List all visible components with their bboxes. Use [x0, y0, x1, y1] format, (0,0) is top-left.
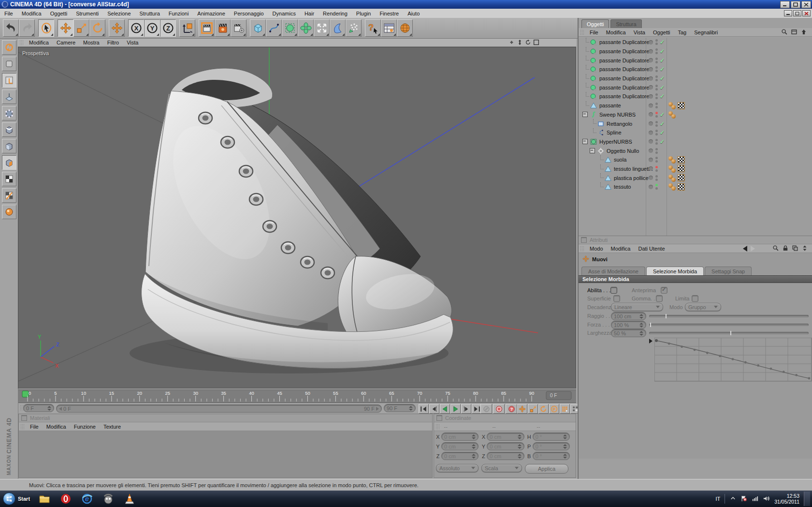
editor-dot[interactable] — [655, 58, 658, 60]
interface-icon[interactable] — [381, 19, 397, 37]
scale-tool-icon[interactable] — [73, 19, 89, 37]
menu-personaggio[interactable]: Personaggio — [230, 10, 268, 17]
expander-icon[interactable] — [582, 139, 588, 144]
menu-plugin[interactable]: Plugin — [352, 10, 376, 17]
limita-checkbox[interactable] — [692, 295, 698, 302]
menu-aiuto[interactable]: Aiuto — [403, 10, 424, 17]
visibility-toggle[interactable] — [649, 94, 653, 99]
axis-move-icon[interactable] — [109, 19, 125, 37]
viewport-menu-mostra[interactable]: Mostra — [79, 39, 103, 46]
gomma-checkbox[interactable] — [656, 295, 663, 302]
materials-menu-texture[interactable]: Texture — [100, 423, 125, 430]
tree-item-passante-duplicatore-[interactable]: passante Duplicatore.✓ — [579, 38, 812, 47]
render-settings-icon[interactable] — [231, 19, 246, 37]
visibility-toggle[interactable] — [649, 149, 653, 153]
live-selection-icon[interactable] — [38, 19, 54, 37]
falloff-curve[interactable] — [654, 338, 812, 382]
attr-updown-icon[interactable] — [801, 245, 808, 253]
render-dot[interactable] — [655, 106, 658, 108]
tree-item-tessuto[interactable]: tessuto — [579, 182, 812, 192]
history-forward-icon[interactable] — [751, 246, 755, 252]
material-tag-icon[interactable] — [668, 174, 676, 182]
soft-selection-icon[interactable] — [2, 205, 16, 219]
raggio-slider[interactable] — [649, 315, 809, 317]
visibility-toggle[interactable] — [649, 185, 653, 189]
tree-item-passante-duplicatore-[interactable]: passante Duplicatore.✓ — [579, 83, 812, 92]
doc-close-button[interactable] — [802, 10, 811, 16]
editor-dot[interactable] — [655, 112, 658, 114]
drag-grip[interactable] — [580, 246, 584, 252]
render-dot[interactable] — [655, 97, 658, 99]
drag-grip[interactable] — [580, 30, 584, 35]
visibility-toggle[interactable] — [649, 176, 653, 180]
nurbs-icon[interactable] — [282, 19, 298, 37]
panel-checkbox[interactable] — [581, 237, 587, 243]
clock[interactable]: 12:5331/05/2011 — [774, 493, 799, 505]
vp-pan-icon[interactable] — [508, 39, 515, 46]
tree-item-rettangolo[interactable]: Rettangolo✓ — [579, 119, 812, 128]
vlc-icon[interactable] — [123, 492, 136, 505]
panel-checkbox[interactable] — [21, 415, 27, 421]
material-tag-icon[interactable] — [668, 111, 676, 119]
gimp-icon[interactable] — [102, 492, 115, 505]
drag-grip[interactable] — [435, 424, 440, 430]
enabled-check-icon[interactable]: ✓ — [660, 75, 665, 82]
view-name-label[interactable]: Prospettiva — [22, 50, 49, 56]
visibility-toggle[interactable] — [649, 58, 653, 62]
maximize-button[interactable] — [791, 1, 800, 8]
language-indicator[interactable]: IT — [715, 496, 720, 502]
enabled-check-icon[interactable]: ✓ — [660, 120, 665, 127]
key-pla-icon[interactable] — [560, 404, 570, 414]
texture-axis-icon[interactable] — [2, 73, 16, 88]
attr-lock-icon[interactable] — [782, 245, 789, 253]
key-scale-icon[interactable] — [528, 404, 538, 414]
tree-item-sweep-nurbs[interactable]: Sweep NURBS✓ — [579, 110, 812, 119]
tree-item-suola[interactable]: suola — [579, 155, 812, 164]
menu-file[interactable]: File — [0, 10, 17, 17]
editor-dot[interactable] — [655, 139, 658, 141]
editor-dot[interactable] — [655, 48, 658, 51]
render-dot[interactable] — [655, 179, 658, 181]
materials-menu-funzione[interactable]: Funzione — [70, 423, 100, 430]
editor-dot[interactable] — [655, 130, 658, 132]
edges-mode-icon[interactable] — [2, 122, 16, 137]
viewport-menu-camere[interactable]: Camere — [53, 39, 79, 46]
coordinate-field-z2[interactable]: 0 cm — [441, 452, 478, 460]
texture-tag-icon[interactable] — [678, 174, 685, 181]
coordinate-field-p1[interactable]: 0 ° — [533, 442, 570, 450]
editor-dot[interactable] — [655, 148, 658, 150]
tree-item-passante-duplicatore[interactable]: passante Duplicatore✓ — [579, 92, 812, 101]
visibility-toggle[interactable] — [649, 85, 653, 89]
attributes-menu-modifica[interactable]: Modifica — [607, 245, 635, 252]
tree-item-spline[interactable]: Spline✓ — [579, 128, 812, 137]
material-tag-icon[interactable] — [668, 156, 676, 164]
menu-finestre[interactable]: Finestre — [375, 10, 403, 17]
material-tag-icon[interactable] — [668, 102, 676, 109]
end-frame-field[interactable]: 90 F — [384, 404, 416, 412]
viewport[interactable]: Y Z X Prospettiva — [18, 47, 576, 388]
menu-modifica[interactable]: Modifica — [17, 10, 46, 17]
coordinate-field-x0[interactable]: 0 cm — [441, 432, 478, 441]
tab-selezione-morbida[interactable]: Selezione Morbida — [646, 267, 704, 275]
render-dot[interactable] — [655, 169, 658, 172]
next-key-icon[interactable] — [461, 404, 471, 414]
undo-icon[interactable] — [3, 19, 19, 37]
texture-tag-icon[interactable] — [678, 156, 685, 164]
render-dot[interactable] — [655, 115, 658, 118]
history-back-icon[interactable] — [743, 246, 747, 252]
frame-range-slider[interactable]: 0 F 90 F — [56, 404, 382, 413]
tree-item-plastica-pollice[interactable]: plastica pollice — [579, 173, 812, 182]
om-search-icon[interactable] — [781, 29, 788, 36]
enabled-check-icon[interactable]: ✓ — [660, 111, 665, 118]
tab-settaggi-snap[interactable]: Settaggi Snap — [705, 267, 752, 275]
attributes-menu-modo[interactable]: Modo — [586, 245, 607, 252]
tab-struttura[interactable]: Struttura — [610, 19, 641, 28]
tree-item-passante-duplicatore-[interactable]: passante Duplicatore.✓ — [579, 47, 812, 56]
ie-icon[interactable]: e — [81, 492, 93, 505]
close-button[interactable] — [801, 1, 811, 8]
enabled-check-icon[interactable]: ✓ — [660, 93, 665, 100]
menu-dynamics[interactable]: Dynamics — [268, 10, 300, 17]
render-dot[interactable] — [655, 70, 658, 72]
key-parameter-icon[interactable]: P — [549, 404, 559, 414]
menu-animazione[interactable]: Animazione — [193, 10, 229, 17]
